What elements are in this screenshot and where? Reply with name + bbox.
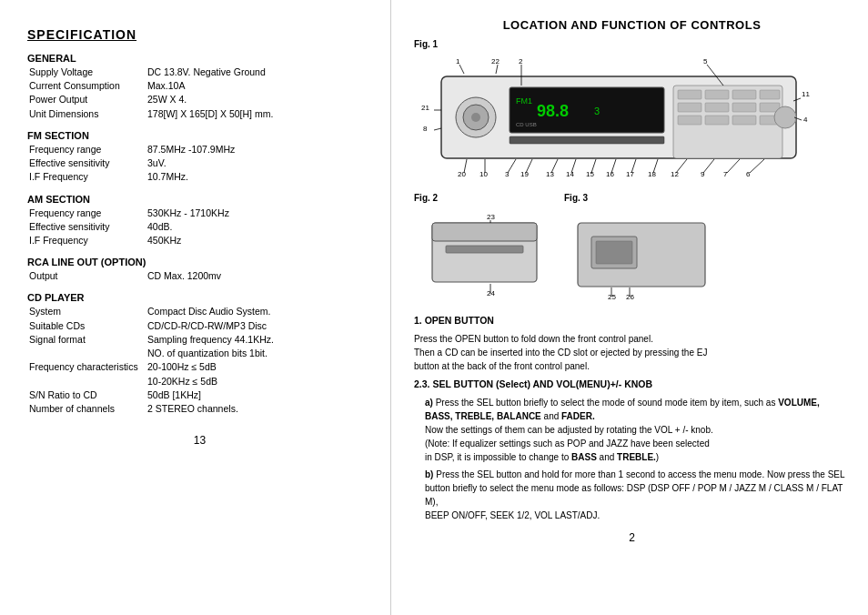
svg-text:23: 23 (487, 213, 495, 221)
fig3-box: Fig. 3 25 26 (564, 193, 723, 307)
spec-value: CD Max. 1200mv (146, 269, 372, 283)
svg-rect-21 (732, 116, 756, 125)
table-row: I.F Frequency450KHz (27, 234, 372, 247)
svg-line-27 (496, 65, 498, 74)
svg-text:4: 4 (803, 116, 808, 124)
svg-rect-69 (432, 223, 537, 241)
spec-value: 2 STEREO channels. (146, 402, 372, 416)
svg-text:FM1: FM1 (516, 96, 532, 106)
spec-label: Suitable CDs (27, 319, 146, 333)
spec-label: S/N Ratio to CD (27, 388, 146, 402)
svg-text:21: 21 (421, 104, 429, 112)
svg-line-25 (459, 65, 464, 74)
instruction-23-b: b) Press the SEL button and hold for mor… (414, 468, 850, 522)
spec-label: I.F Frequency (27, 234, 146, 247)
spec-value: 530KHz - 1710KHz (146, 207, 372, 220)
table-row: Power Output25W X 4. (27, 93, 372, 106)
spec-label: Unit Dimensions (27, 107, 146, 121)
instructions-section: 1. OPEN BUTTON Press the OPEN button to … (414, 314, 850, 522)
section-title-rca: RCA LINE OUT (OPTION) (27, 257, 372, 267)
spec-table-cd: SystemCompact Disc Audio System.Suitable… (27, 305, 372, 416)
spec-table-rca: OutputCD Max. 1200mv (27, 269, 372, 283)
spec-value: Sampling frequency 44.1KHz. (146, 333, 372, 347)
spec-value: 25W X 4. (146, 93, 372, 106)
spec-table-am: Frequency range530KHz - 1710KHzEffective… (27, 207, 372, 248)
table-row: 10-20KHz ≤ 5dB (27, 375, 372, 388)
svg-rect-11 (678, 90, 701, 99)
svg-line-63 (703, 159, 714, 173)
spec-label: Output (27, 269, 146, 283)
svg-point-3 (471, 113, 480, 122)
svg-text:2: 2 (519, 57, 523, 66)
svg-text:3: 3 (594, 106, 600, 116)
spec-label: System (27, 305, 146, 318)
svg-text:12: 12 (671, 170, 679, 178)
svg-rect-70 (446, 246, 523, 253)
table-row: NO. of quantization bits 1bit. (27, 347, 372, 360)
spec-value: 10-20KHz ≤ 5dB (146, 375, 372, 388)
fig1-label: Fig. 1 (414, 39, 850, 49)
spec-value: Max.10A (146, 79, 372, 93)
table-row: Number of channels2 STEREO channels. (27, 402, 372, 416)
fig2-label: Fig. 2 (414, 193, 555, 203)
spec-table-fm: Frequency range87.5MHz -107.9MHzEffectiv… (27, 143, 372, 185)
fig1-diagram: FM1 98.8 3 CD USB (414, 51, 833, 186)
svg-rect-12 (705, 90, 729, 99)
svg-rect-9 (510, 136, 664, 144)
svg-rect-17 (732, 103, 756, 112)
fig3-label: Fig. 3 (564, 193, 723, 203)
table-row: S/N Ratio to CD50dB [1KHz] (27, 388, 372, 402)
svg-text:18: 18 (648, 170, 656, 178)
spec-value: 20-100Hz ≤ 5dB (146, 360, 372, 374)
instruction-1-title: 1. OPEN BUTTON (414, 314, 850, 328)
spec-value: DC 13.8V. Negative Ground (146, 66, 372, 79)
svg-text:CD USB: CD USB (516, 122, 537, 127)
table-row: Effective sensitivity3uV. (27, 156, 372, 170)
table-row: OutputCD Max. 1200mv (27, 269, 372, 283)
fig2-box: Fig. 2 23 24 (414, 193, 555, 307)
svg-text:6: 6 (746, 170, 751, 178)
spec-label (27, 347, 146, 360)
svg-text:13: 13 (546, 170, 554, 178)
spec-label: Supply Voltage (27, 66, 146, 79)
section-title-general: GENERAL (27, 53, 372, 64)
spec-label (27, 375, 146, 388)
section-title-cd: CD PLAYER (27, 292, 372, 303)
spec-value: 450KHz (146, 234, 372, 247)
svg-rect-14 (760, 90, 780, 99)
spec-value: 40dB. (146, 220, 372, 234)
controls-title: LOCATION AND FUNCTION OF CONTROLS (414, 18, 850, 32)
svg-line-67 (750, 159, 764, 173)
svg-text:98.8: 98.8 (537, 102, 569, 120)
spec-label: Number of channels (27, 402, 146, 416)
table-row: Supply VoltageDC 13.8V. Negative Ground (27, 66, 372, 79)
svg-text:24: 24 (487, 289, 495, 297)
spec-value: 50dB [1KHz] (146, 388, 372, 402)
spec-value: CD/CD-R/CD-RW/MP3 Disc (146, 319, 372, 333)
page-num-right: 2 (414, 531, 850, 544)
section-title-am: AM SECTION (27, 194, 372, 205)
svg-rect-77 (596, 241, 632, 264)
svg-point-23 (774, 106, 796, 128)
svg-text:25: 25 (608, 293, 616, 301)
page-num-left: 13 (27, 434, 372, 447)
spec-label: Power Output (27, 93, 146, 106)
spec-value: 178[W] X 165[D] X 50[H] mm. (146, 107, 372, 121)
table-row: Effective sensitivity40dB. (27, 220, 372, 234)
spec-table-general: Supply VoltageDC 13.8V. Negative GroundC… (27, 66, 372, 121)
svg-text:1: 1 (456, 57, 460, 66)
spec-value: Compact Disc Audio System. (146, 305, 372, 318)
svg-text:22: 22 (491, 57, 500, 66)
svg-line-35 (434, 128, 441, 130)
spec-label: Effective sensitivity (27, 220, 146, 234)
controls-panel: LOCATION AND FUNCTION OF CONTROLS Fig. 1… (391, 0, 868, 615)
instruction-23-title: 2.3. SEL BUTTON (Select) AND VOL(MENU)+/… (414, 378, 850, 392)
spec-value: 87.5MHz -107.9MHz (146, 143, 372, 156)
spec-label: Effective sensitivity (27, 156, 146, 170)
svg-text:20: 20 (458, 170, 466, 178)
svg-text:19: 19 (520, 170, 529, 178)
svg-rect-19 (678, 116, 701, 125)
section-title-fm: FM SECTION (27, 130, 372, 141)
spec-label: Signal format (27, 333, 146, 347)
svg-text:5: 5 (703, 57, 708, 66)
